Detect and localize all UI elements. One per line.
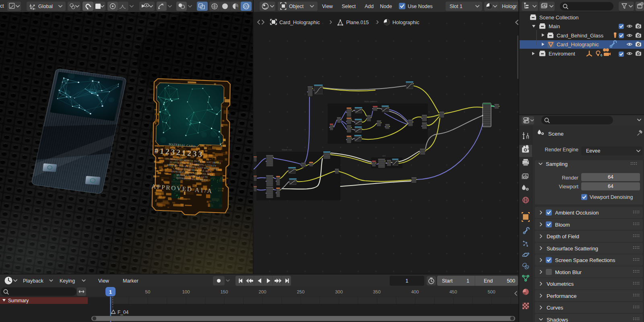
svg-text:Performance: Performance (547, 293, 576, 299)
svg-text:Motion Blur: Motion Blur (555, 269, 582, 275)
svg-text:350: 350 (373, 289, 380, 294)
svg-text:Render: Render (562, 175, 578, 181)
svg-text:Mask mix: Mask mix (282, 149, 292, 151)
svg-text:Scene: Scene (548, 131, 564, 137)
svg-text:Card_Holographic: Card_Holographic (557, 41, 599, 47)
svg-text:Card_Behind_Glass: Card_Behind_Glass (557, 33, 604, 39)
svg-text:Add: Add (365, 4, 374, 9)
svg-text:Screen Space Reflections: Screen Space Reflections (555, 257, 615, 263)
svg-text:Holographic: Holographic (392, 20, 419, 25)
svg-text:64: 64 (608, 174, 613, 180)
svg-text:Enviroment: Enviroment (549, 51, 575, 57)
svg-text:200: 200 (258, 289, 266, 294)
svg-text:6: 6 (601, 53, 603, 57)
svg-text:tint: tint (382, 155, 386, 157)
svg-text:Viewport Denoising: Viewport Denoising (590, 194, 633, 200)
svg-text:150: 150 (220, 289, 228, 294)
svg-text:Main: Main (549, 23, 560, 29)
svg-text:Card_Holographic: Card_Holographic (279, 20, 320, 25)
svg-text:Marker: Marker (123, 278, 138, 284)
svg-text:Playback: Playback (23, 278, 43, 284)
svg-text:250: 250 (297, 289, 304, 294)
svg-text:End: End (484, 278, 493, 284)
svg-text:Slot 1: Slot 1 (450, 4, 462, 9)
svg-text:Render Engine: Render Engine (545, 147, 578, 153)
svg-text:Sampling: Sampling (546, 161, 568, 167)
svg-text:Keying: Keying (60, 278, 75, 284)
svg-text:Ambient Occlusion: Ambient Occlusion (555, 210, 599, 216)
svg-text:1: 1 (406, 278, 409, 284)
svg-text:Depth of Field: Depth of Field (547, 233, 579, 239)
svg-text:64: 64 (608, 184, 613, 189)
svg-text:400: 400 (411, 289, 419, 294)
svg-text:Node: Node (380, 4, 392, 9)
svg-text:Use Nodes: Use Nodes (408, 4, 433, 9)
svg-text:100: 100 (182, 289, 190, 294)
svg-text:Plane.015: Plane.015 (346, 20, 369, 25)
svg-text:Bloom: Bloom (555, 222, 570, 228)
svg-text:500: 500 (507, 278, 515, 284)
svg-text:Start: Start (442, 278, 453, 284)
svg-text:Summary: Summary (8, 298, 29, 303)
svg-text:F_04: F_04 (118, 310, 129, 315)
svg-text:Scene Collection: Scene Collection (539, 14, 579, 21)
svg-text:Hologr: Hologr (502, 4, 517, 9)
svg-text:Select: Select (342, 4, 356, 9)
svg-text:1: 1 (466, 278, 469, 284)
svg-text:300: 300 (335, 289, 343, 294)
svg-text:Curves: Curves (547, 305, 564, 311)
svg-text:1: 1 (109, 289, 112, 295)
svg-text:Viewport: Viewport (559, 184, 579, 190)
svg-text:View: View (322, 4, 333, 9)
svg-text:450: 450 (449, 289, 457, 294)
svg-text:Object: Object (289, 4, 304, 9)
svg-text:500: 500 (487, 289, 495, 294)
svg-text:Shadows: Shadows (547, 317, 568, 322)
svg-text:Holo pattern: Holo pattern (364, 100, 378, 103)
svg-text:50: 50 (145, 289, 151, 294)
svg-text:Eevee: Eevee (586, 148, 600, 154)
svg-text:View: View (98, 278, 109, 284)
svg-text:Global: Global (38, 4, 53, 9)
svg-text:Subsurface Scattering: Subsurface Scattering (547, 246, 598, 252)
svg-text:Volumetrics: Volumetrics (547, 281, 574, 287)
